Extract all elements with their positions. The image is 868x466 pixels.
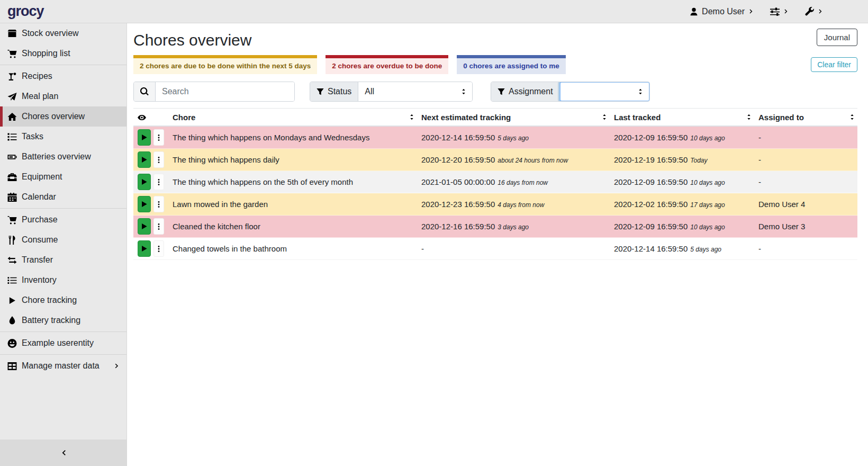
next-tracking-cell: 2020-12-23 16:59:504 days from now — [417, 193, 610, 216]
chevron-right-icon — [818, 8, 824, 14]
chore-column-header[interactable]: Chore — [168, 109, 417, 127]
sidebar-collapse-button[interactable] — [0, 440, 126, 466]
status-select[interactable]: All — [358, 82, 472, 101]
next-tracking-cell: 2020-12-16 16:59:503 days ago — [417, 216, 610, 238]
table-row: The thing which happens daily 2020-12-20… — [133, 149, 857, 171]
sidebar-item-label: Chores overview — [22, 112, 85, 121]
status-filter-label-box: Status — [310, 82, 358, 101]
assigned-to-column-header[interactable]: Assigned to — [754, 109, 857, 127]
chore-name: The thing which happens daily — [168, 149, 417, 171]
sidebar-item-battery-tracking[interactable]: Battery tracking — [0, 310, 126, 330]
track-chore-button[interactable] — [138, 240, 151, 257]
table-header-row: Chore Next estimated tracking Last track… — [133, 109, 857, 127]
assignment-select[interactable] — [559, 82, 650, 102]
sort-icon — [746, 114, 752, 120]
time-ago: 10 days ago — [690, 223, 725, 231]
assignment-filter-label-box: Assignment — [491, 82, 560, 101]
next-tracking-column-header[interactable]: Next estimated tracking — [417, 109, 610, 127]
sidebar-item-chores-overview[interactable]: Chores overview — [0, 106, 126, 127]
box-icon — [7, 29, 17, 38]
journal-button[interactable]: Journal — [817, 29, 857, 46]
ellipsis-v-icon — [155, 223, 162, 230]
select-arrows-icon — [637, 88, 644, 95]
table-row: Cleaned the kitchen floor 2020-12-16 16:… — [133, 216, 857, 238]
user-icon — [690, 7, 698, 16]
clear-filter-button[interactable]: Clear filter — [811, 57, 857, 72]
sidebar-item-label: Example userentity — [22, 338, 94, 348]
settings-menu[interactable] — [770, 7, 789, 16]
sidebar-item-chore-tracking[interactable]: Chore tracking — [0, 290, 126, 310]
sidebar-item-shopping-list[interactable]: Shopping list — [0, 43, 126, 64]
sidebar-separator — [0, 208, 126, 209]
battery-icon — [7, 153, 17, 162]
overdue-banner[interactable]: 2 chores are overdue to be done — [326, 55, 448, 74]
track-chore-button[interactable] — [138, 129, 151, 146]
sidebar-item-label: Equipment — [22, 172, 62, 182]
sidebar-item-batteries-overview[interactable]: Batteries overview — [0, 147, 126, 167]
track-chore-button[interactable] — [138, 196, 151, 212]
sort-icon — [409, 114, 415, 120]
page-title: Chores overview — [133, 31, 251, 50]
time-ago: 4 days from now — [498, 201, 544, 209]
assigned-to-cell: - — [754, 126, 857, 149]
sidebar-item-label: Inventory — [22, 275, 57, 285]
search-icon-box — [134, 82, 156, 101]
chore-menu-button[interactable] — [153, 151, 164, 168]
sidebar-item-tasks[interactable]: Tasks — [0, 127, 126, 147]
user-menu[interactable]: Demo User — [690, 7, 754, 16]
sidebar-item-label: Meal plan — [22, 92, 58, 101]
status-banners: 2 chores are due to be done within the n… — [133, 55, 857, 74]
grocy-logo[interactable]: grocy — [0, 3, 51, 20]
table-row: The thing which happens on the 5th of ev… — [133, 171, 857, 193]
chore-menu-button[interactable] — [153, 240, 164, 257]
sliders-icon — [770, 7, 780, 16]
sidebar-item-stock-overview[interactable]: Stock overview — [0, 23, 126, 43]
sidebar-item-consume[interactable]: Consume — [0, 230, 126, 250]
time-ago: 5 days ago — [498, 135, 529, 142]
chore-menu-button[interactable] — [153, 174, 164, 190]
chore-menu-button[interactable] — [153, 218, 164, 235]
chevron-right-icon — [112, 363, 122, 369]
assigned-to-cell: - — [754, 238, 857, 260]
sidebar-item-equipment[interactable]: Equipment — [0, 167, 126, 187]
tasks-icon — [7, 132, 17, 141]
chore-name: Lawn mowed in the garden — [168, 193, 417, 216]
toolbox-icon — [7, 173, 17, 182]
search-input[interactable] — [156, 82, 294, 101]
sidebar-item-example-userentity[interactable]: Example userentity — [0, 333, 126, 353]
chore-menu-button[interactable] — [153, 196, 164, 212]
time-ago: 17 days ago — [690, 201, 725, 209]
sidebar-item-label: Shopping list — [22, 49, 70, 58]
last-tracked-column-header[interactable]: Last tracked — [610, 109, 754, 127]
sidebar-item-transfer[interactable]: Transfer — [0, 250, 126, 270]
filter-icon — [498, 88, 505, 95]
sidebar-separator — [0, 331, 126, 332]
due-soon-banner[interactable]: 2 chores are due to be done within the n… — [133, 55, 317, 74]
track-chore-button[interactable] — [138, 218, 151, 235]
assigned-to-cell: - — [754, 149, 857, 171]
chore-name: Changed towels in the bathroom — [168, 238, 417, 260]
track-chore-button[interactable] — [138, 174, 151, 190]
column-visibility-header[interactable] — [133, 109, 168, 127]
sidebar-item-meal-plan[interactable]: Meal plan — [0, 86, 126, 106]
last-tracked-cell: 2020-12-09 16:59:5010 days ago — [610, 126, 754, 149]
sidebar-item-label: Consume — [22, 235, 58, 245]
sidebar-item-recipes[interactable]: Recipes — [0, 66, 126, 86]
sidebar-item-manage-master-data[interactable]: Manage master data — [0, 356, 126, 376]
track-chore-button[interactable] — [138, 151, 151, 168]
chore-menu-button[interactable] — [153, 129, 164, 146]
last-tracked-cell: 2020-12-09 16:59:5010 days ago — [610, 171, 754, 193]
sidebar-item-label: Manage master data — [22, 361, 100, 371]
admin-menu[interactable] — [805, 7, 824, 16]
shopping-cart-icon — [7, 49, 17, 58]
last-tracked-cell: 2020-12-19 16:59:50Today — [610, 149, 754, 171]
topbar-menu: Demo User — [690, 7, 868, 16]
exchange-icon — [7, 256, 17, 265]
smiley-icon — [7, 339, 17, 348]
sidebar-item-label: Calendar — [22, 192, 56, 202]
sidebar-item-calendar[interactable]: Calendar — [0, 187, 126, 207]
time-ago: about 24 hours from now — [498, 157, 568, 164]
assigned-to-me-banner[interactable]: 0 chores are assigned to me — [457, 55, 566, 74]
sidebar-item-inventory[interactable]: Inventory — [0, 270, 126, 290]
sidebar-item-purchase[interactable]: Purchase — [0, 210, 126, 230]
